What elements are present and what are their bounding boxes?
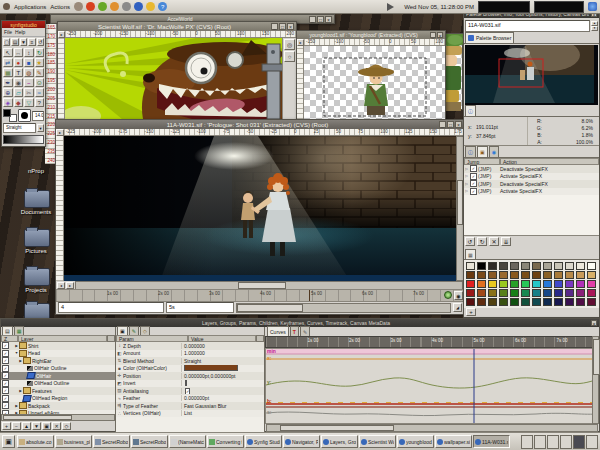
palette-swatch[interactable] [466,289,475,297]
param-value[interactable]: 1.000000 [181,350,264,356]
palette-swatch[interactable] [521,271,530,279]
render-icon[interactable]: ○ [284,51,295,62]
main-window-titlebar[interactable]: 11A-W031.sif : 'Prologue: Shot 031' (Ext… [56,120,464,129]
param-value[interactable] [181,365,264,373]
palette-swatch[interactable] [532,280,541,288]
layer-visibility-checkbox[interactable]: ✓ [2,395,9,402]
layer-visibility-checkbox[interactable]: ✓ [2,402,9,409]
layer-row[interactable]: ✓▼Head [1,350,115,358]
scroll-left-icon[interactable]: ◂ [57,282,65,289]
file-button-icon[interactable]: ▤ [11,38,18,46]
tray-window-2[interactable] [534,1,584,13]
file-button-icon[interactable]: ▼ [20,38,27,46]
main-canvas[interactable] [64,136,456,281]
boy-canvas[interactable] [304,46,445,129]
layers-vscroll-top[interactable] [107,335,115,342]
refresh-icon[interactable]: ◎ [284,39,295,50]
history-toolbar-icon[interactable]: ↺ [465,237,475,246]
palette-swatch[interactable] [565,271,574,279]
outline-fill-colors[interactable] [3,109,17,122]
layer-row[interactable]: ✓OliHair [1,372,115,380]
pager-cell[interactable] [560,435,572,449]
history-jump-link[interactable]: (JMP) [478,166,500,172]
layers-toolbar-icon[interactable]: + [2,422,11,430]
launcher-icon[interactable] [98,2,107,11]
brush-size-field[interactable]: 14.0000 [32,111,44,121]
column-value[interactable]: Value [188,335,256,342]
wolf-canvas[interactable] [65,38,282,119]
menu-actions[interactable]: Actions [50,4,70,10]
resize-grip-icon[interactable]: ◢ [453,303,462,312]
curves-vscroll[interactable] [592,336,599,424]
palette-swatch[interactable] [543,271,552,279]
param-value[interactable]: 0.000000pt,0.000000pt [181,373,264,379]
layers-toolbar-icon[interactable]: ▼ [32,422,41,430]
menu-file[interactable]: File [4,29,12,35]
column-z[interactable]: Z [1,335,18,342]
param-value[interactable]: Straight [181,358,264,364]
param-row[interactable]: ↕Z Depth0.000000 [116,342,264,350]
pager-cell[interactable] [534,435,546,449]
spin-down-icon[interactable]: ▼ [591,26,598,31]
tab-curves[interactable]: Curves [267,326,289,336]
toolbox-titlebar[interactable]: synfigstudio [2,21,45,28]
palette-swatch[interactable] [543,298,552,306]
tab-params[interactable]: ▣ [117,326,128,335]
palette-swatch[interactable] [554,262,563,270]
tool-button-icon[interactable]: ◉ [14,78,24,87]
show-desktop-icon[interactable]: ▣ [2,435,15,448]
layers-toolbar-icon[interactable]: − [12,422,21,430]
pager-cell[interactable] [521,435,533,449]
scrollbar-thumb[interactable] [593,339,600,375]
palette-swatch[interactable] [576,289,585,297]
layer-row[interactable]: ✓OliHead Outline [1,380,115,388]
layer-row[interactable]: ✓▶RightEar [1,357,115,365]
tool-button-icon[interactable]: ~ [24,78,34,87]
palette-swatch[interactable] [587,271,596,279]
param-row[interactable]: ⇶Type of FeatherFast Gaussian Blur [116,402,264,410]
scroll-right-icon[interactable]: ▸ [66,282,74,289]
tool-button-icon[interactable]: ✎ [35,68,45,77]
pager-cell[interactable] [573,435,585,449]
add-color-button[interactable]: + [466,308,476,316]
wolf-window-titlebar[interactable]: Scientist Wolf.sif : 'Dr. MacWolfe PX' (… [58,22,296,31]
palette-swatch[interactable] [510,280,519,288]
palette-swatch[interactable] [554,280,563,288]
palette-swatch[interactable] [499,289,508,297]
tab-canvas-browser[interactable]: ◉ [489,146,499,157]
task-button[interactable]: youngblood1 [397,435,434,448]
launcher-icon[interactable] [110,2,119,11]
file-button-icon[interactable]: ▢ [3,38,10,46]
outline-color-swatch[interactable] [3,109,11,117]
layers-toolbar-icon[interactable]: ✕ [52,422,61,430]
palette-swatch[interactable] [587,298,596,306]
palette-swatch[interactable] [565,298,574,306]
color-swatch[interactable] [184,365,238,372]
palette-swatch[interactable] [587,262,596,270]
task-button[interactable]: wallpaper.sif [435,435,472,448]
close-icon[interactable]: × [437,32,443,38]
main-timebar[interactable]: ◉ 1s 002s 003s 004s 005s 006s 007s 00 [56,289,464,302]
layer-visibility-checkbox[interactable]: ✓ [2,342,9,349]
brush-preview[interactable] [18,109,31,122]
launcher-icon[interactable] [86,2,95,11]
pager-cell[interactable] [547,435,559,449]
palette-swatch[interactable] [510,298,519,306]
tool-button-icon[interactable]: ▽ [24,98,34,107]
param-row[interactable]: ∴Vertices (OliHair)List [116,410,264,418]
palette-swatch[interactable] [466,262,475,270]
layer-visibility-checkbox[interactable]: ✓ [2,365,9,372]
layer-visibility-checkbox[interactable]: ✓ [2,357,9,364]
param-row[interactable]: ◩Invert [116,380,264,388]
folder-icon[interactable] [24,190,50,208]
palette-swatch[interactable] [499,298,508,306]
task-button[interactable]: Scientist Wol [359,435,396,448]
palette-swatch[interactable] [488,298,497,306]
param-row[interactable]: ≈Feather0.000000pt [116,395,264,403]
history-toolbar-icon[interactable]: ✕ [489,237,499,246]
expander-icon[interactable]: ▷ [464,189,469,193]
tool-button-icon[interactable]: ✒ [3,78,13,87]
palette-swatch[interactable] [499,262,508,270]
tool-button-icon[interactable]: T [14,68,24,77]
tool-button-icon[interactable]: ⇄ [3,58,13,67]
